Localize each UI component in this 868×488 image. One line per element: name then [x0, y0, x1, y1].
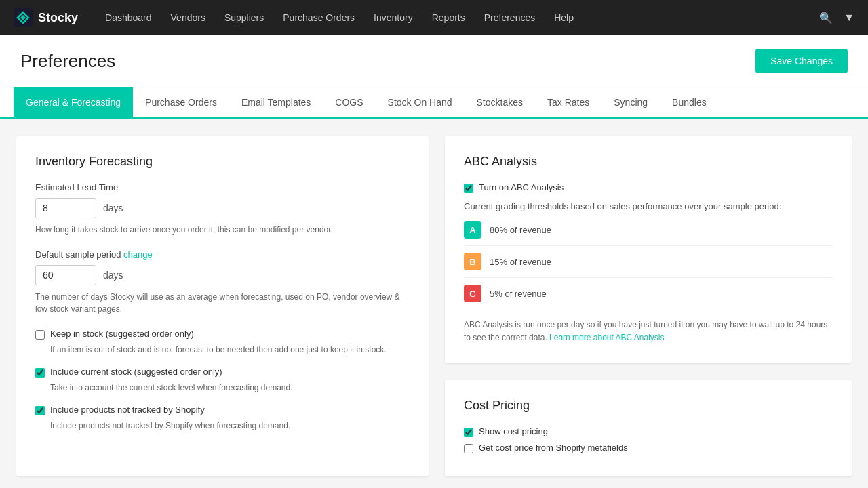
show-cost-pricing-checkbox[interactable]: [464, 428, 473, 437]
abc-threshold-a-text: 80% of revenue: [490, 225, 551, 235]
tab-general-forecasting[interactable]: General & Forecasting: [14, 87, 133, 119]
cost-from-metafields-checkbox[interactable]: [464, 444, 473, 453]
turn-on-abc-checkbox[interactable]: [464, 184, 473, 193]
abc-threshold-a: A 80% of revenue: [464, 214, 833, 246]
nav-preferences[interactable]: Preferences: [484, 12, 535, 23]
include-current-stock-row: Include current stock (suggested order o…: [35, 367, 410, 378]
cost-pricing-card: Cost Pricing Show cost pricing Get cost …: [445, 380, 852, 476]
nav-dashboard[interactable]: Dashboard: [105, 12, 152, 23]
include-not-tracked-checkbox[interactable]: [35, 406, 45, 415]
include-current-stock-desc: Take into account the current stock leve…: [50, 382, 410, 394]
tab-stocktakes[interactable]: Stocktakes: [465, 87, 535, 119]
abc-badge-c: C: [464, 285, 481, 302]
include-current-stock-label: Include current stock (suggested order o…: [50, 367, 222, 377]
chevron-down-icon[interactable]: ▼: [844, 12, 854, 24]
sample-period-desc: The number of days Stocky will use as an…: [35, 291, 410, 315]
sample-period-section: Default sample period change days The nu…: [35, 249, 410, 315]
logo-icon: [14, 8, 33, 27]
nav-purchase-orders[interactable]: Purchase Orders: [283, 12, 355, 23]
sample-period-input[interactable]: [35, 265, 96, 285]
nav-inventory[interactable]: Inventory: [374, 12, 413, 23]
turn-on-abc-label: Turn on ABC Analysis: [479, 182, 564, 192]
tab-stock-on-hand[interactable]: Stock On Hand: [376, 87, 465, 119]
abc-learn-more-link[interactable]: Learn more about ABC Analysis: [549, 333, 664, 342]
tab-cogs[interactable]: COGS: [323, 87, 375, 119]
turn-on-abc-row: Turn on ABC Analysis: [464, 182, 833, 193]
cost-pricing-title: Cost Pricing: [464, 399, 833, 413]
abc-analysis-title: ABC Analysis: [464, 155, 833, 169]
sample-period-unit: days: [103, 270, 123, 281]
abc-threshold-b-text: 15% of revenue: [490, 257, 551, 267]
search-icon[interactable]: 🔍: [819, 12, 833, 24]
include-not-tracked-desc: Include products not tracked by Shopify …: [50, 420, 410, 432]
tabs-container: General & Forecasting Purchase Orders Em…: [0, 87, 868, 119]
abc-threshold-c-text: 5% of revenue: [490, 289, 547, 299]
nav-suppliers[interactable]: Suppliers: [224, 12, 264, 23]
nav-vendors[interactable]: Vendors: [171, 12, 205, 23]
page-header: Preferences Save Changes: [0, 35, 868, 87]
show-cost-pricing-label: Show cost pricing: [479, 426, 548, 436]
sample-period-label: Default sample period change: [35, 249, 410, 260]
tab-purchase-orders[interactable]: Purchase Orders: [133, 87, 229, 119]
lead-time-field-row: days: [35, 198, 410, 218]
show-cost-pricing-row: Show cost pricing: [464, 426, 833, 437]
nav-reports[interactable]: Reports: [432, 12, 465, 23]
abc-badge-a: A: [464, 221, 481, 239]
sample-period-change-link[interactable]: change: [123, 249, 153, 260]
keep-in-stock-label: Keep in stock (suggested order only): [50, 329, 194, 339]
abc-analysis-card: ABC Analysis Turn on ABC Analysis Curren…: [445, 136, 852, 363]
abc-badge-b: B: [464, 253, 481, 270]
include-not-tracked-label: Include products not tracked by Shopify: [50, 405, 205, 415]
main-content: Inventory Forecasting Estimated Lead Tim…: [0, 119, 868, 488]
left-panel-title: Inventory Forecasting: [35, 155, 410, 169]
abc-thresholds: A 80% of revenue B 15% of revenue C 5% o…: [464, 214, 833, 309]
abc-threshold-c: C 5% of revenue: [464, 278, 833, 309]
logo-text: Stocky: [38, 11, 78, 25]
sample-period-field-row: days: [35, 265, 410, 285]
include-not-tracked-row: Include products not tracked by Shopify: [35, 405, 410, 415]
keep-in-stock-desc: If an item is out of stock and is not fo…: [50, 344, 410, 356]
nav-help[interactable]: Help: [554, 12, 574, 23]
include-current-stock-checkbox[interactable]: [35, 368, 45, 378]
keep-in-stock-row: Keep in stock (suggested order only): [35, 329, 410, 340]
tab-syncing[interactable]: Syncing: [601, 87, 660, 119]
lead-time-desc: How long it takes stock to arrive once y…: [35, 224, 410, 236]
page-title: Preferences: [20, 51, 115, 72]
lead-time-input[interactable]: [35, 198, 96, 218]
lead-time-unit: days: [103, 203, 123, 214]
cost-from-metafields-row: Get cost price from Shopify metafields: [464, 443, 833, 453]
navbar: Stocky Dashboard Vendors Suppliers Purch…: [0, 0, 868, 35]
left-panel: Inventory Forecasting Estimated Lead Tim…: [16, 136, 429, 476]
abc-note: ABC Analysis is run once per day so if y…: [464, 319, 833, 344]
save-button[interactable]: Save Changes: [755, 49, 848, 73]
lead-time-label: Estimated Lead Time: [35, 182, 410, 192]
logo[interactable]: Stocky: [14, 8, 78, 27]
cost-from-metafields-label: Get cost price from Shopify metafields: [479, 443, 628, 453]
tab-bundles[interactable]: Bundles: [660, 87, 719, 119]
tab-email-templates[interactable]: Email Templates: [229, 87, 323, 119]
keep-in-stock-checkbox[interactable]: [35, 330, 45, 340]
right-panel: ABC Analysis Turn on ABC Analysis Curren…: [445, 136, 852, 476]
grading-desc: Current grading thresholds based on sale…: [464, 201, 833, 211]
navbar-right: 🔍 ▼: [819, 12, 854, 24]
tab-tax-rates[interactable]: Tax Rates: [535, 87, 601, 119]
navbar-links: Dashboard Vendors Suppliers Purchase Ord…: [105, 12, 819, 23]
abc-threshold-b: B 15% of revenue: [464, 246, 833, 278]
lead-time-section: Estimated Lead Time days How long it tak…: [35, 182, 410, 236]
